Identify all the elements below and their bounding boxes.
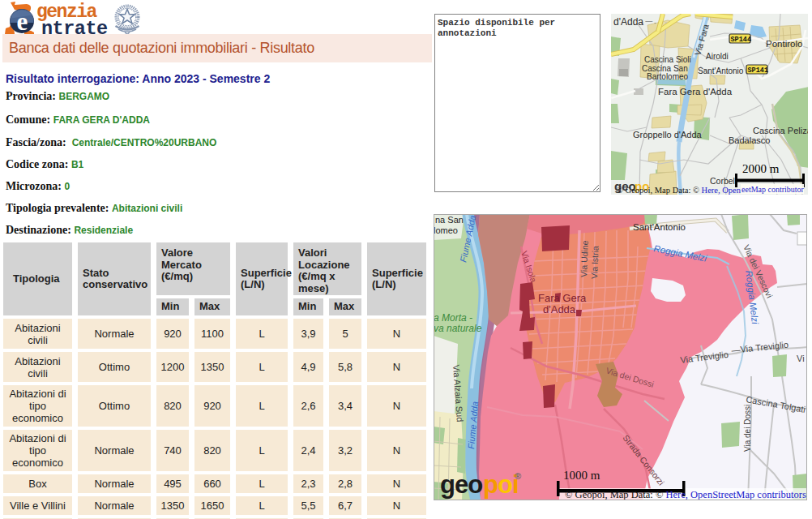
svg-text:Via Udine: Via Udine (579, 240, 590, 277)
svg-text:Cascina Sioli: Cascina Sioli (644, 55, 691, 64)
svg-text:poi: poi (483, 470, 519, 499)
svg-text:eetMap contributor: eetMap contributor (741, 185, 805, 194)
svg-text:Pontirolo: Pontirolo (766, 39, 802, 49)
svg-text:SP144: SP144 (731, 36, 752, 44)
svg-text:© Geopoi, Map Data: © Here, Op: © Geopoi, Map Data: © Here, OpenStreetMa… (565, 489, 806, 500)
svg-text:Groppello d'Adda: Groppello d'Adda (633, 130, 703, 139)
svg-text:Via dei Dossi: Via dei Dossi (743, 405, 752, 452)
svg-text:SP141: SP141 (748, 66, 769, 75)
svg-text:Badalasco: Badalasco (729, 135, 770, 145)
svg-text:geo: geo (440, 470, 482, 499)
svg-text:e: e (17, 7, 28, 36)
svg-text:Sant'Antonio: Sant'Antonio (633, 222, 686, 232)
svg-text:a Morta -: a Morta - (434, 312, 472, 324)
svg-text:®: ® (515, 471, 521, 481)
svg-text:. — .: . — . (642, 17, 656, 25)
svg-text:Fara Gera d'Adda: Fara Gera d'Adda (658, 87, 733, 97)
svg-text:© Geopoi, Map Data: © Here, Op: © Geopoi, Map Data: © Here, OpenS (617, 186, 746, 195)
svg-text:Bartolomeo: Bartolomeo (647, 72, 689, 81)
svg-text:Corbell: Corbell (710, 176, 737, 186)
svg-text:1000 m: 1000 m (563, 469, 600, 482)
svg-text:Vi: Vi (797, 354, 805, 363)
svg-text:Cascina Peliza: Cascina Peliza (753, 126, 808, 135)
svg-text:na San: na San (435, 215, 464, 225)
svg-text:d'Adda: d'Adda (613, 16, 643, 28)
svg-text:lomeo: lomeo (434, 225, 458, 235)
svg-text:d'Adda: d'Adda (543, 303, 576, 315)
svg-text:Airoldi: Airoldi (706, 52, 729, 61)
svg-text:Fara Gera: Fara Gera (538, 292, 587, 304)
svg-text:Sant'Antonio: Sant'Antonio (698, 66, 744, 75)
svg-text:Via Istria: Via Istria (589, 246, 600, 279)
svg-text:2000 m: 2000 m (742, 162, 780, 175)
svg-text:va naturale: va naturale (434, 323, 482, 334)
